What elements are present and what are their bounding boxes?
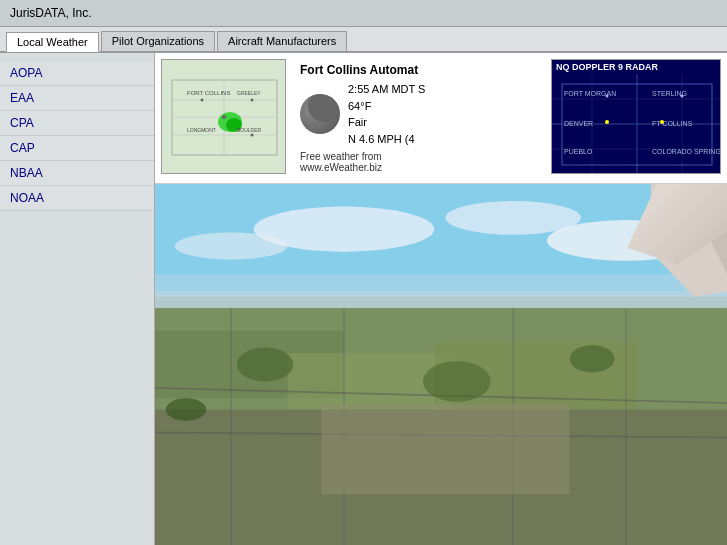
local-map: FORT COLLINS GREELEY BOULDER LONGMONT [161,59,286,174]
svg-text:FORT COLLINS: FORT COLLINS [187,90,230,96]
weather-details: 2:55 AM MDT S 64°F Fair N 4.6 MPH (4 [348,81,425,147]
svg-point-53 [570,345,615,372]
svg-point-9 [251,99,254,102]
tab-bar: Local Weather Pilot Organizations Aircra… [0,27,727,53]
sidebar-item-aopa[interactable]: AOPA [0,61,154,86]
radar-image: NQ DOPPLER 9 RADAR [551,59,721,174]
main-area: AOPA EAA CPA CAP NBAA NOAA [0,53,727,545]
aerial-photo [155,184,727,545]
weather-icon-area: 2:55 AM MDT S 64°F Fair N 4.6 MPH (4 [300,81,537,147]
svg-text:DENVER: DENVER [564,120,593,127]
svg-point-30 [660,120,664,124]
svg-point-8 [201,99,204,102]
sidebar-item-nbaa[interactable]: NBAA [0,161,154,186]
radar-background: FORT MORGAN STERLING DENVER FT COLLINS P… [552,74,720,173]
tab-aircraft-manufacturers[interactable]: Aircraft Manufacturers [217,31,347,51]
weather-condition: Fair [348,114,425,131]
svg-point-32 [681,95,684,98]
svg-text:PUEBLO: PUEBLO [564,148,593,155]
svg-point-52 [423,361,491,402]
tab-pilot-organizations[interactable]: Pilot Organizations [101,31,215,51]
app-window: JurisDATA, Inc. Local Weather Pilot Orga… [0,0,727,545]
svg-text:LONGMONT: LONGMONT [187,127,216,133]
weather-section: FORT COLLINS GREELEY BOULDER LONGMONT Fo… [155,53,727,184]
moon-icon [300,94,340,134]
app-title: JurisDATA, Inc. [10,6,92,20]
weather-city: Fort Collins Automat [300,63,537,77]
sidebar-item-cap[interactable]: CAP [0,136,154,161]
svg-text:FT COLLINS: FT COLLINS [652,120,693,127]
sidebar-item-cpa[interactable]: CPA [0,111,154,136]
sidebar-item-eaa[interactable]: EAA [0,86,154,111]
content-area: FORT COLLINS GREELEY BOULDER LONGMONT Fo… [155,53,727,545]
svg-text:BOULDER: BOULDER [237,127,262,133]
svg-point-7 [222,115,226,119]
sidebar-item-noaa[interactable]: NOAA [0,186,154,211]
svg-text:GREELEY: GREELEY [237,90,261,96]
svg-point-54 [166,398,207,421]
title-bar: JurisDATA, Inc. [0,0,727,27]
svg-text:COLORADO SPRINGS: COLORADO SPRINGS [652,148,721,155]
radar-label: NQ DOPPLER 9 RADAR [552,60,720,74]
svg-point-10 [251,134,254,137]
svg-point-29 [605,120,609,124]
weather-source: Free weather from www.eWeather.biz [300,151,537,173]
svg-point-38 [175,233,288,260]
weather-temp: 64°F [348,98,425,115]
sidebar: AOPA EAA CPA CAP NBAA NOAA [0,53,155,545]
tab-local-weather[interactable]: Local Weather [6,32,99,52]
weather-time: 2:55 AM MDT S [348,81,425,98]
svg-point-51 [237,348,293,382]
weather-info: Fort Collins Automat 2:55 AM MDT S 64°F … [292,59,545,177]
weather-wind: N 4.6 MPH (4 [348,131,425,148]
svg-rect-55 [321,404,569,494]
svg-point-31 [606,95,609,98]
